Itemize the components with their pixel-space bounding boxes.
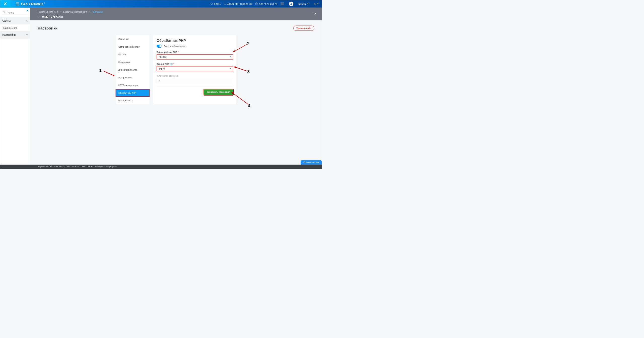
breadcrumb-item[interactable]: Панель управления [38, 10, 59, 13]
cpu-stat[interactable]: 0.50% [210, 2, 221, 6]
disk-icon [255, 2, 258, 6]
tab-logging[interactable]: Логирование [116, 74, 150, 82]
tab-http-auth[interactable]: HTTP-авторизация [116, 81, 150, 89]
dropdown-icon [230, 68, 231, 69]
workers-label: Количество воркеров [157, 75, 233, 77]
breadcrumb-item[interactable]: Карточка example.com [63, 10, 87, 13]
php-version-value: php74 [159, 67, 165, 70]
avatar[interactable] [289, 2, 293, 6]
sidebar: ✕ Сайты example.com Настройки [0, 8, 30, 165]
dropdown-icon [230, 56, 231, 57]
php-mode-value: FastCGI [159, 55, 167, 58]
footer: Версия панели: 1.9+deb10p229 © 2006-2021… [0, 165, 322, 169]
toggle-label: Включить / выключить [164, 45, 186, 47]
svg-rect-1 [224, 3, 226, 4]
svg-point-0 [211, 3, 212, 5]
lang-value: ru [314, 3, 316, 5]
php-version-label: Версия PHP ? * [157, 63, 233, 65]
page-title: Настройки [38, 26, 58, 30]
help-icon[interactable]: ? [170, 63, 173, 65]
tab-static[interactable]: Статический контент [116, 43, 150, 51]
search-field[interactable] [2, 11, 28, 16]
user-dropdown[interactable]: fastuser [298, 3, 308, 5]
cpu-icon [210, 2, 213, 6]
tab-general[interactable]: Основные [116, 35, 150, 43]
svg-point-3 [291, 3, 292, 4]
caret-down-icon [307, 4, 308, 5]
breadcrumb: Панель управления » Карточка example.com… [38, 10, 314, 13]
lang-dropdown[interactable]: ru [314, 3, 318, 5]
svg-point-4 [3, 12, 5, 13]
tab-redirects[interactable]: Редиректы [116, 58, 150, 66]
tab-php-handler[interactable]: Обработчик PHP [116, 89, 150, 97]
nav-item-example-com[interactable]: example.com [0, 24, 30, 31]
nav-group-settings[interactable]: Настройки [0, 31, 30, 39]
php-handler-form: Обработчик PHP Включить / выключить Режи… [153, 35, 236, 105]
cpu-value: 0.50% [214, 3, 221, 5]
form-title: Обработчик PHP [157, 39, 233, 43]
settings-tabs: Основные Статический контент HTTPS Редир… [116, 35, 150, 105]
php-version-select[interactable]: php74 [157, 66, 233, 71]
php-mode-label: Режим работы PHP * [157, 51, 233, 53]
svg-point-2 [256, 3, 257, 3]
top-stats: 0.50% 404.37 Мб / 1009.20 Мб 2.38 Гб / 1… [210, 2, 318, 6]
breadcrumb-sep: » [89, 10, 90, 13]
logo-text: FASTPANEL® [21, 2, 46, 6]
expand-subheader-button[interactable] [313, 12, 317, 16]
chevron-up-icon [26, 20, 28, 21]
tab-security[interactable]: Безопасность [116, 97, 150, 105]
breadcrumb-item-active: Настройки [92, 10, 103, 13]
save-button[interactable]: Сохранить изменения [204, 89, 233, 95]
nav-group-sites[interactable]: Сайты [0, 17, 30, 25]
user-name: fastuser [298, 3, 306, 5]
tab-https[interactable]: HTTPS [116, 51, 150, 58]
tab-site-dir[interactable]: Директория сайта [116, 66, 150, 74]
power-icon [38, 15, 41, 18]
logo-bars-icon [16, 3, 19, 5]
nav-group-label: Сайты [3, 19, 11, 22]
ram-stat[interactable]: 404.37 Мб / 1009.20 Мб [224, 2, 252, 6]
site-title: example.com [42, 14, 63, 18]
nav-group-label: Настройки [3, 34, 16, 37]
enable-toggle[interactable] [157, 45, 162, 48]
footer-text: Версия панели: 1.9+deb10p229 © 2006-2021… [38, 166, 117, 168]
topbar: ✕ FASTPANEL® 0.50% 404.37 Мб / 1009.20 М… [0, 0, 322, 8]
chevron-down-icon [26, 35, 28, 36]
sidebar-close-icon[interactable]: ✕ [26, 9, 29, 12]
ram-icon [224, 2, 226, 6]
caret-down-icon [317, 4, 319, 5]
search-icon [3, 11, 6, 15]
menu-collapse-button[interactable]: ✕ [0, 0, 10, 8]
workers-input [157, 78, 233, 83]
content-area: Настройки Удалить сайт Основные Статичес… [30, 20, 322, 165]
feedback-button[interactable]: Оставить отзыв [301, 160, 322, 165]
disk-stat[interactable]: 2.38 Гб / 19.56 Гб [255, 2, 277, 6]
php-mode-select[interactable]: FastCGI [157, 54, 233, 59]
main: Панель управления » Карточка example.com… [30, 8, 322, 165]
disk-value: 2.38 Гб / 19.56 Гб [259, 3, 277, 5]
breadcrumb-sep: » [60, 10, 61, 13]
ram-value: 404.37 Мб / 1009.20 Мб [227, 3, 252, 5]
apps-menu-button[interactable] [280, 3, 284, 6]
logo[interactable]: FASTPANEL® [16, 0, 46, 8]
search-input[interactable] [7, 11, 28, 14]
subheader: Панель управления » Карточка example.com… [30, 8, 322, 20]
delete-site-button[interactable]: Удалить сайт [293, 26, 314, 31]
